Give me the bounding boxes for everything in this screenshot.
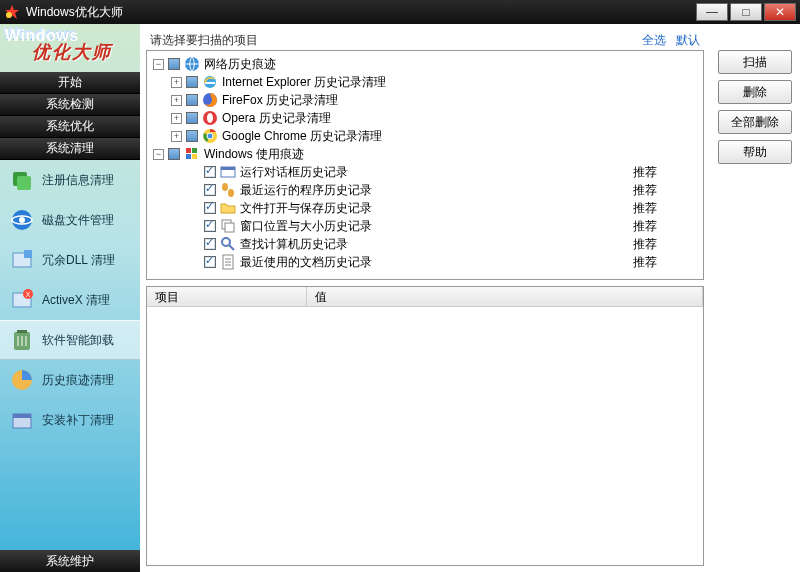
tree-checkbox[interactable]: [186, 94, 198, 106]
tree-row[interactable]: 文件打开与保存历史记录推荐: [153, 199, 697, 217]
tree-label: 最近使用的文档历史记录: [240, 254, 372, 271]
minimize-button[interactable]: —: [696, 3, 728, 21]
recommended-tag: 推荐: [633, 164, 697, 181]
tree-row[interactable]: 最近运行的程序历史记录推荐: [153, 181, 697, 199]
nav-icon: [10, 168, 34, 192]
expand-toggle[interactable]: −: [153, 59, 164, 70]
tree-row[interactable]: +Opera 历史记录清理: [153, 109, 697, 127]
nav-icon: [10, 368, 34, 392]
tree-row[interactable]: +FireFox 历史记录清理: [153, 91, 697, 109]
tree-label: 查找计算机历史记录: [240, 236, 348, 253]
tree-checkbox[interactable]: [204, 238, 216, 250]
expand-toggle[interactable]: +: [171, 95, 182, 106]
tree-checkbox[interactable]: [204, 256, 216, 268]
sidebar-item-4[interactable]: 软件智能卸载: [0, 320, 140, 360]
svg-point-24: [207, 113, 213, 123]
tree-checkbox[interactable]: [204, 202, 216, 214]
svg-rect-36: [225, 223, 234, 232]
dialog-icon: [220, 164, 236, 180]
firefox-icon: [202, 92, 218, 108]
sidebar-item-label: 软件智能卸载: [42, 332, 114, 349]
delete-button[interactable]: 删除: [718, 80, 792, 104]
nav-tab-start[interactable]: 开始: [0, 72, 140, 94]
tree-row[interactable]: 运行对话框历史记录推荐: [153, 163, 697, 181]
recommended-tag: 推荐: [633, 200, 697, 217]
svg-rect-19: [13, 414, 31, 418]
nav-tab-maintain[interactable]: 系统维护: [0, 550, 140, 572]
tree-label: 窗口位置与大小历史记录: [240, 218, 372, 235]
tree-checkbox[interactable]: [168, 58, 180, 70]
tree-row[interactable]: 查找计算机历史记录推荐: [153, 235, 697, 253]
expand-toggle[interactable]: +: [171, 131, 182, 142]
sidebar-item-0[interactable]: 注册信息清理: [0, 160, 140, 200]
sidebar-item-label: ActiveX 清理: [42, 292, 110, 309]
window-icon: [220, 218, 236, 234]
recommended-tag: 推荐: [633, 218, 697, 235]
close-button[interactable]: ✕: [764, 3, 796, 21]
column-item[interactable]: 项目: [147, 287, 307, 306]
expand-toggle[interactable]: −: [153, 149, 164, 160]
tree-row[interactable]: −网络历史痕迹: [153, 55, 697, 73]
tree-checkbox[interactable]: [204, 184, 216, 196]
nav-icon: X: [10, 288, 34, 312]
svg-line-38: [229, 245, 234, 250]
nav-tab-optimize[interactable]: 系统优化: [0, 116, 140, 138]
svg-rect-30: [192, 154, 197, 159]
tree-checkbox[interactable]: [186, 130, 198, 142]
sidebar-item-1[interactable]: 磁盘文件管理: [0, 200, 140, 240]
result-table: 项目 值: [146, 286, 704, 566]
maximize-button[interactable]: □: [730, 3, 762, 21]
svg-rect-27: [186, 148, 191, 153]
tree-label: 网络历史痕迹: [204, 56, 276, 73]
tree-row[interactable]: −Windows 使用痕迹: [153, 145, 697, 163]
tree-checkbox[interactable]: [186, 112, 198, 124]
tree-row[interactable]: +Google Chrome 历史记录清理: [153, 127, 697, 145]
sidebar-item-2[interactable]: 冗余DLL 清理: [0, 240, 140, 280]
sidebar: Windows 优化大师 开始 系统检测 系统优化 系统清理 注册信息清理磁盘文…: [0, 24, 140, 572]
sidebar-item-5[interactable]: 历史痕迹清理: [0, 360, 140, 400]
sidebar-item-6[interactable]: 安装补丁清理: [0, 400, 140, 440]
default-link[interactable]: 默认: [676, 32, 700, 49]
expand-toggle[interactable]: +: [171, 113, 182, 124]
expand-toggle[interactable]: +: [171, 77, 182, 88]
svg-point-34: [228, 189, 234, 197]
scan-button[interactable]: 扫描: [718, 50, 792, 74]
tree-checkbox[interactable]: [204, 166, 216, 178]
title-bar: Windows优化大师 — □ ✕: [0, 0, 800, 24]
tree-row[interactable]: +Internet Explorer 历史记录清理: [153, 73, 697, 91]
column-value[interactable]: 值: [307, 287, 703, 306]
help-button[interactable]: 帮助: [718, 140, 792, 164]
opera-icon: [202, 110, 218, 126]
tree-label: FireFox 历史记录清理: [222, 92, 338, 109]
result-body[interactable]: [147, 307, 703, 565]
scan-tree[interactable]: −网络历史痕迹+Internet Explorer 历史记录清理+FireFox…: [146, 50, 704, 280]
svg-rect-28: [192, 148, 197, 153]
nav-icon: [10, 328, 34, 352]
nav-tab-detect[interactable]: 系统检测: [0, 94, 140, 116]
delete-all-button[interactable]: 全部删除: [718, 110, 792, 134]
nav-tab-clean[interactable]: 系统清理: [0, 138, 140, 160]
tree-checkbox[interactable]: [204, 220, 216, 232]
tree-row[interactable]: 窗口位置与大小历史记录推荐: [153, 217, 697, 235]
tree-label: Google Chrome 历史记录清理: [222, 128, 382, 145]
tree-label: 文件打开与保存历史记录: [240, 200, 372, 217]
svg-rect-29: [186, 154, 191, 159]
nav-icon: [10, 408, 34, 432]
tree-row[interactable]: 最近使用的文档历史记录推荐: [153, 253, 697, 271]
select-all-link[interactable]: 全选: [642, 32, 666, 49]
tree-checkbox[interactable]: [168, 148, 180, 160]
svg-point-1: [6, 12, 12, 18]
ie-icon: [202, 74, 218, 90]
app-logo: Windows 优化大师: [0, 24, 140, 72]
sidebar-item-3[interactable]: XActiveX 清理: [0, 280, 140, 320]
winflag-icon: [184, 146, 200, 162]
tree-label: 最近运行的程序历史记录: [240, 182, 372, 199]
sidebar-item-label: 冗余DLL 清理: [42, 252, 115, 269]
svg-point-33: [222, 183, 228, 191]
tree-checkbox[interactable]: [186, 76, 198, 88]
scan-prompt: 请选择要扫描的项目: [150, 32, 258, 49]
recommended-tag: 推荐: [633, 254, 697, 271]
svg-point-37: [222, 238, 230, 246]
svg-point-26: [207, 133, 213, 139]
sidebar-item-label: 磁盘文件管理: [42, 212, 114, 229]
